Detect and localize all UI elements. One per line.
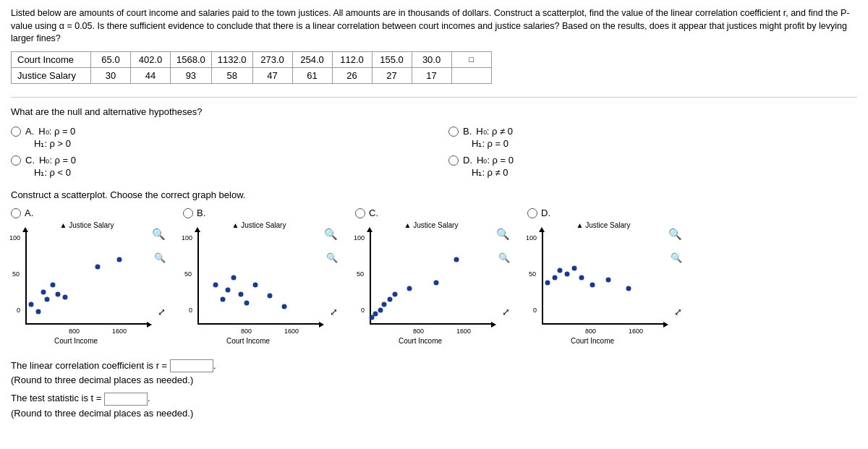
graph-D-zoom-in[interactable]: 🔍 xyxy=(668,228,682,241)
graph-D-dot3 xyxy=(558,268,563,273)
option-B-label[interactable]: B. H₀: ρ ≠ 0 xyxy=(448,126,857,137)
option-C-h1: H₁: ρ < 0 xyxy=(34,167,420,178)
graph-B-x1600: 1600 xyxy=(284,328,299,335)
row2-v7: 26 xyxy=(332,67,372,83)
option-D-h0: H₀: ρ = 0 xyxy=(477,155,514,166)
graph-A-x-title: Court Income xyxy=(54,337,98,345)
option-A: A. H₀: ρ = 0 H₁: ρ > 0 xyxy=(11,126,420,149)
row2-v2: 44 xyxy=(131,67,171,83)
r-text: The linear correlation coefficient is r … xyxy=(11,360,167,371)
option-A-radio[interactable] xyxy=(11,127,21,137)
graph-D-dot4 xyxy=(565,271,570,276)
option-C-letter: C. xyxy=(25,155,35,166)
graph-B-dot2 xyxy=(221,296,226,302)
graph-A-zoom-out[interactable]: 🔍 xyxy=(154,252,166,263)
graph-C-y100: 100 xyxy=(354,234,365,241)
graph-B-y50: 50 xyxy=(184,270,192,278)
graph-C-expand[interactable]: ⤢ xyxy=(502,307,510,317)
option-B-h1: H₁: ρ = 0 xyxy=(472,138,857,149)
bottom-section: The linear correlation coefficient is r … xyxy=(11,359,857,422)
question1-text: What are the null and alternative hypoth… xyxy=(11,106,857,117)
t-statistic-line: The test statistic is t = . xyxy=(11,391,857,406)
t-input[interactable] xyxy=(104,393,148,406)
graph-C-zoom-out[interactable]: 🔍 xyxy=(498,252,510,263)
graph-C-dot3 xyxy=(378,307,383,312)
option-D-letter: D. xyxy=(463,155,472,166)
row2-label: Justice Salary xyxy=(12,67,91,83)
row1-v4: 1132.0 xyxy=(211,51,252,67)
option-A-letter: A. xyxy=(25,126,34,137)
graph-C-radio[interactable] xyxy=(355,208,365,218)
graph-D-dot9 xyxy=(626,286,631,291)
graph-D-expand[interactable]: ⤢ xyxy=(674,307,682,317)
graph-D-y-title: ▲ Justice Salary xyxy=(542,221,665,229)
row1-v3: 1568.0 xyxy=(171,51,212,67)
graph-B-wrap: ▲ Justice Salary 100 50 0 800 1600 xyxy=(183,221,320,330)
graph-A-x1600: 1600 xyxy=(112,328,127,335)
option-D-label[interactable]: D. H₀: ρ = 0 xyxy=(448,155,857,166)
graph-option-B: B. ▲ Justice Salary 100 50 0 800 1600 xyxy=(183,208,320,330)
option-D-h1: H₁: ρ ≠ 0 xyxy=(472,167,857,178)
row1-v2: 402.0 xyxy=(131,51,171,67)
row1-v8: 155.0 xyxy=(372,51,412,67)
graph-D-x800: 800 xyxy=(585,328,596,335)
graph-A-y100: 100 xyxy=(9,234,20,241)
graph-A-expand[interactable]: ⤢ xyxy=(158,307,166,317)
graph-A-y50: 50 xyxy=(12,270,20,278)
graph-D-wrap: ▲ Justice Salary 100 50 0 800 1600 xyxy=(527,221,665,330)
graph-B-dot9 xyxy=(282,304,287,309)
row1-label: Court Income xyxy=(12,51,91,67)
graph-C-dot8 xyxy=(434,280,439,285)
graph-options-row: A. ▲ Justice Salary 100 50 0 800 1600 xyxy=(11,208,857,330)
option-A-h1: H₁: ρ > 0 xyxy=(34,138,420,149)
graph-B-dot5 xyxy=(239,291,244,296)
graph-A-dot8 xyxy=(95,264,101,269)
graph-D-radio[interactable] xyxy=(527,208,537,218)
row1-v1: 65.0 xyxy=(91,51,131,67)
graph-D-y0: 0 xyxy=(533,307,537,314)
graph-A-zoom-in[interactable]: 🔍 xyxy=(152,228,166,241)
graph-option-D: D. ▲ Justice Salary 100 50 0 800 1600 xyxy=(527,208,665,330)
row2-v3: 93 xyxy=(171,67,212,83)
option-C-radio[interactable] xyxy=(11,155,21,166)
graph-B-dot4 xyxy=(231,275,237,280)
r-input[interactable] xyxy=(170,359,213,372)
row2-v1: 30 xyxy=(91,67,131,83)
option-B-radio[interactable] xyxy=(448,127,459,137)
expand-table-icon[interactable]: □ xyxy=(451,51,491,67)
graph-A-radio[interactable] xyxy=(11,208,21,218)
row1-v6: 254.0 xyxy=(292,51,332,67)
graph-C-dot2 xyxy=(373,311,378,316)
r-note: (Round to three decimal places as needed… xyxy=(11,373,857,388)
graph-B-zoom-in[interactable]: 🔍 xyxy=(324,228,338,241)
r-coefficient-line: The linear correlation coefficient is r … xyxy=(11,359,857,374)
option-C-label[interactable]: C. H₀: ρ = 0 xyxy=(11,155,420,166)
graph-A-y-title: ▲ Justice Salary xyxy=(25,221,148,229)
graph-B-y0: 0 xyxy=(189,307,192,314)
option-A-label[interactable]: A. H₀: ρ = 0 xyxy=(11,126,420,137)
t-note: (Round to three decimal places as needed… xyxy=(11,406,857,422)
graph-C-y0: 0 xyxy=(361,307,365,314)
graph-D-dot8 xyxy=(606,277,611,282)
graph-B-dot7 xyxy=(253,282,258,287)
graph-B-x800: 800 xyxy=(241,328,252,335)
graph-C-dot5 xyxy=(388,296,393,302)
graph-B-radio[interactable] xyxy=(183,208,193,218)
graph-D-y100: 100 xyxy=(526,234,537,241)
graph-D-zoom-out[interactable]: 🔍 xyxy=(671,252,682,263)
graph-D-x-title: Court Income xyxy=(571,337,614,345)
graph-B-zoom-out[interactable]: 🔍 xyxy=(326,252,338,263)
graph-D-dot7 xyxy=(590,282,595,287)
graph-A-wrap: ▲ Justice Salary 100 50 0 800 1600 xyxy=(11,221,148,330)
graph-C-dot4 xyxy=(382,302,387,307)
graph-C-y-title: ▲ Justice Salary xyxy=(370,221,493,229)
option-D-radio[interactable] xyxy=(448,155,459,166)
hypothesis-options: A. H₀: ρ = 0 H₁: ρ > 0 B. H₀: ρ ≠ 0 H₁: … xyxy=(11,126,857,178)
graph-D-x1600: 1600 xyxy=(629,328,643,335)
graph-D-y50: 50 xyxy=(529,270,536,278)
graph-B-expand[interactable]: ⤢ xyxy=(330,307,338,317)
graph-A-dot6 xyxy=(56,291,61,296)
graph-A-dot5 xyxy=(51,282,56,287)
graph-C-zoom-in[interactable]: 🔍 xyxy=(496,228,510,241)
graph-A-dot7 xyxy=(63,294,68,299)
